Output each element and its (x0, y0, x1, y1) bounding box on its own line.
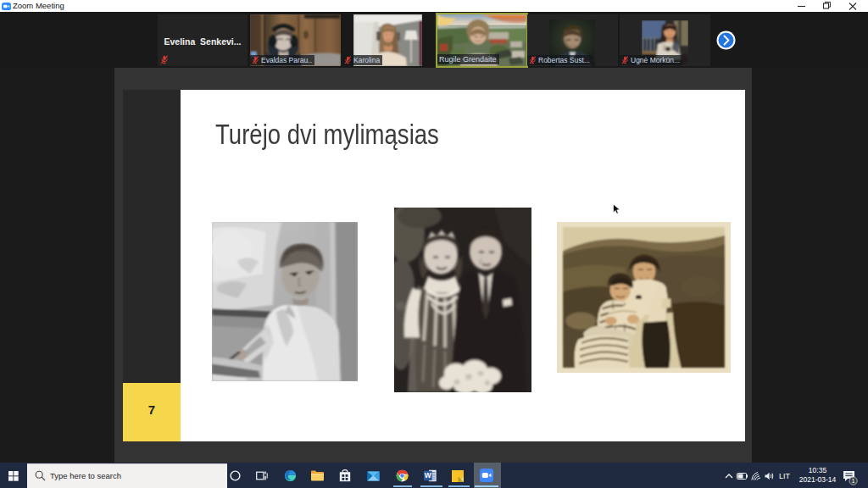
svg-text:W: W (425, 471, 431, 480)
svg-text:1: 1 (852, 477, 855, 485)
